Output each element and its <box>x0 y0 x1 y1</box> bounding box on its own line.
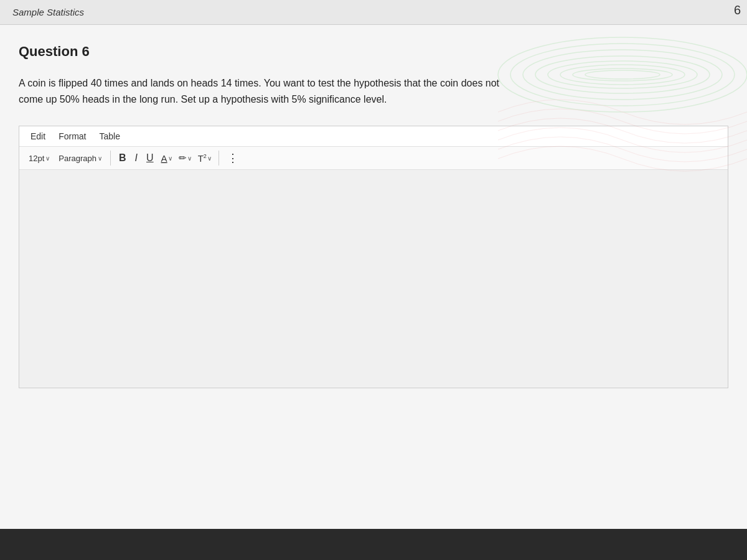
menu-table[interactable]: Table <box>94 130 125 142</box>
superscript-chevron-icon: ∨ <box>207 155 212 162</box>
highlight-chevron-icon: ∨ <box>187 155 192 162</box>
keyboard-area <box>0 529 747 560</box>
toolbar-separator-1 <box>110 151 111 166</box>
menu-edit[interactable]: Edit <box>26 130 50 142</box>
toolbar-separator-2 <box>218 151 219 166</box>
underline-icon: U <box>146 152 154 163</box>
editor-toolbar: 12pt ∨ Paragraph ∨ B I U <box>19 147 728 170</box>
paragraph-dropdown[interactable]: Paragraph ∨ <box>55 152 105 164</box>
more-options-button[interactable]: ⋮ <box>224 150 242 166</box>
font-color-dropdown[interactable]: A ∨ <box>159 152 174 165</box>
superscript-dropdown[interactable]: T2 ∨ <box>196 152 214 165</box>
editor-container: Edit Format Table 12pt ∨ Paragraph ∨ B <box>19 126 728 388</box>
main-content: Question 6 A coin is flipped 40 times an… <box>0 25 747 560</box>
editor-menubar: Edit Format Table <box>19 126 728 147</box>
paragraph-value: Paragraph <box>59 154 96 163</box>
font-size-chevron-icon: ∨ <box>45 155 50 162</box>
question-header: Question 6 <box>19 44 728 60</box>
font-color-icon: A <box>161 153 167 164</box>
question-text: A coin is flipped 40 times and lands on … <box>19 75 703 107</box>
dots-icon: ⋮ <box>227 152 239 164</box>
highlight-color-dropdown[interactable]: ✏ ∨ <box>177 151 194 165</box>
italic-icon: I <box>135 152 138 163</box>
bold-icon: B <box>119 152 126 163</box>
font-color-chevron-icon: ∨ <box>168 155 172 162</box>
font-size-value: 12pt <box>29 154 44 163</box>
superscript-icon: T2 <box>198 153 207 164</box>
italic-button[interactable]: I <box>132 152 141 164</box>
question-line1: A coin is flipped 40 times and lands on … <box>19 78 499 88</box>
underline-button[interactable]: U <box>143 152 157 164</box>
bold-button[interactable]: B <box>116 152 129 164</box>
font-size-dropdown[interactable]: 12pt ∨ <box>26 152 53 164</box>
highlight-icon: ✏ <box>179 152 187 164</box>
page-number: 6 <box>734 3 741 17</box>
question-line2: come up 50% heads in the long run. Set u… <box>19 94 387 105</box>
top-bar: Sample Statistics 6 <box>0 0 747 25</box>
editor-body[interactable] <box>19 170 728 388</box>
menu-format[interactable]: Format <box>54 130 91 142</box>
paragraph-chevron-icon: ∨ <box>98 155 102 162</box>
page-title: Sample Statistics <box>12 7 84 17</box>
